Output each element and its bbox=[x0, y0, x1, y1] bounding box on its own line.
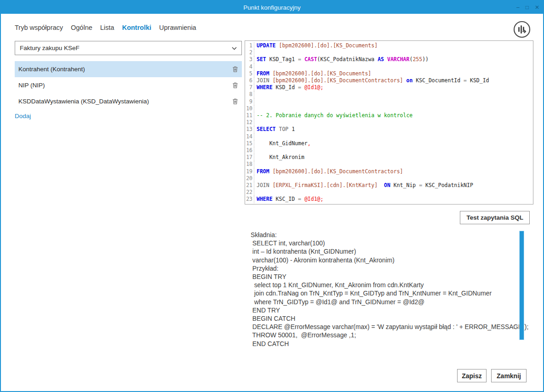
code-line: 21JOIN [ERPXL_FirmaKSI].[cdn].[KntKarty]… bbox=[245, 182, 533, 189]
window-title: Punkt konfiguracyjny bbox=[243, 4, 301, 11]
line-number: 11 bbox=[245, 112, 254, 119]
code-text bbox=[257, 105, 260, 112]
line-number: 6 bbox=[245, 77, 254, 84]
line-number: 2 bbox=[245, 49, 254, 56]
code-line: 4 bbox=[245, 63, 533, 70]
code-text bbox=[257, 175, 260, 182]
tab-kontrolki[interactable]: Kontrolki bbox=[122, 24, 151, 31]
code-line: 15 Knt_GidNumer, bbox=[245, 140, 533, 147]
line-number: 7 bbox=[245, 84, 254, 91]
code-line: 18 bbox=[245, 161, 533, 168]
line-number: 16 bbox=[245, 147, 254, 154]
field-list-item[interactable]: KSDDataWystawienia (KSD_DataWystawienia) bbox=[15, 93, 242, 109]
code-line: 19FROM [bpm202600].[do].[KS_DocumentCont… bbox=[245, 168, 533, 175]
code-text bbox=[257, 49, 260, 56]
tab-uprawnienia[interactable]: Uprawnienia bbox=[159, 24, 196, 31]
process-flow-icon bbox=[512, 20, 532, 39]
add-field-link[interactable]: Dodaj bbox=[15, 113, 31, 119]
field-list: Kontrahent (Kontrahent)NIP (NIP)KSDDataW… bbox=[15, 61, 242, 109]
code-line: 23WHERE KSC_ID = @Id1@; bbox=[245, 196, 533, 203]
code-line: 16 bbox=[245, 147, 533, 154]
trash-icon[interactable] bbox=[231, 82, 239, 89]
syntax-help-text: Składnia: SELECT int, varchar(100) int –… bbox=[251, 231, 519, 348]
code-line: 5FROM [bpm202600].[do].[KS_Documents] bbox=[245, 70, 533, 77]
code-text bbox=[257, 119, 260, 126]
code-line: 1UPDATE [bpm202600].[do].[KS_Documents] bbox=[245, 42, 533, 49]
trash-icon[interactable] bbox=[231, 66, 239, 73]
line-number: 4 bbox=[245, 63, 254, 70]
field-label: Kontrahent (Kontrahent) bbox=[18, 66, 85, 73]
syntax-help-line: Składnia: bbox=[251, 231, 519, 239]
close-dialog-button[interactable]: Zamknij bbox=[491, 369, 527, 382]
code-text bbox=[257, 91, 260, 98]
line-number: 21 bbox=[245, 182, 254, 189]
syntax-help-line: THROW 50001, @ErrorMessage ,1; bbox=[251, 331, 519, 340]
tab-lista[interactable]: Lista bbox=[100, 24, 115, 31]
tab-ogólne[interactable]: Ogólne bbox=[71, 24, 92, 31]
trash-icon[interactable] bbox=[231, 98, 239, 105]
syntax-help-line: END TRY bbox=[251, 307, 519, 315]
tab-bar: Tryb współpracyOgólneListaKontrolkiUpraw… bbox=[15, 24, 196, 31]
tab-tryb-współpracy[interactable]: Tryb współpracy bbox=[15, 24, 63, 31]
code-text: Knt_GidNumer, bbox=[257, 140, 311, 147]
test-sql-button[interactable]: Test zapytania SQL bbox=[460, 211, 530, 224]
syntax-help-line: join cdn.TraNag on TrN_KntTyp = Knt_GIDT… bbox=[251, 290, 519, 298]
code-text bbox=[257, 133, 260, 140]
field-label: KSDDataWystawienia (KSD_DataWystawienia) bbox=[18, 98, 149, 105]
code-text: SET KSD_Tag1 = CAST(KSC_PodatnikNazwa AS… bbox=[257, 56, 429, 63]
syntax-help-line: BEGIN TRY bbox=[251, 273, 519, 281]
chevron-down-icon bbox=[232, 45, 237, 51]
line-number: 13 bbox=[245, 126, 254, 133]
field-list-item[interactable]: NIP (NIP) bbox=[15, 77, 242, 93]
code-line: 9 bbox=[245, 98, 533, 105]
code-text bbox=[257, 98, 260, 105]
sql-query-editor[interactable]: 1UPDATE [bpm202600].[do].[KS_Documents]2… bbox=[245, 40, 533, 205]
code-text: JOIN [ERPXL_FirmaKSI].[cdn].[KntKarty] O… bbox=[257, 182, 473, 189]
field-list-item[interactable]: Kontrahent (Kontrahent) bbox=[15, 61, 242, 77]
syntax-help-line: BEGIN CATCH bbox=[251, 315, 519, 323]
code-line: 6JOIN [bpm202600].[do].[KS_DocumentContr… bbox=[245, 77, 533, 84]
line-number: 8 bbox=[245, 91, 254, 98]
minimize-icon[interactable]: – bbox=[516, 5, 520, 10]
code-text: -- 2. Pobranie danych do wyświetlenia w … bbox=[257, 112, 412, 119]
syntax-help-line: DECLARE @ErrorMessage varchar(max) = 'W … bbox=[251, 323, 519, 331]
window-controls: – □ ✕ bbox=[516, 1, 539, 14]
code-line: 13SELECT TOP 1 bbox=[245, 126, 533, 133]
control-type-dropdown[interactable]: Faktury zakupu KSeF bbox=[15, 41, 242, 55]
line-number: 19 bbox=[245, 168, 254, 175]
process-flow-icon-button[interactable] bbox=[512, 20, 532, 39]
scrollbar-thumb[interactable] bbox=[519, 231, 524, 340]
line-number: 20 bbox=[245, 175, 254, 182]
save-button[interactable]: Zapisz bbox=[457, 369, 487, 382]
title-bar[interactable]: Punkt konfiguracyjny – □ ✕ bbox=[1, 1, 543, 14]
code-text: UPDATE [bpm202600].[do].[KS_Documents] bbox=[257, 42, 378, 49]
line-number: 9 bbox=[245, 98, 254, 105]
code-line: 11-- 2. Pobranie danych do wyświetlenia … bbox=[245, 112, 533, 119]
line-number: 22 bbox=[245, 189, 254, 196]
syntax-help-line: where TrN_GIDTyp = @Id1@ and TrN_GIDNume… bbox=[251, 298, 519, 307]
maximize-icon[interactable]: □ bbox=[526, 5, 529, 10]
line-number: 17 bbox=[245, 154, 254, 161]
code-line: 8 bbox=[245, 91, 533, 98]
line-number: 23 bbox=[245, 196, 254, 203]
code-text: SELECT TOP 1 bbox=[257, 126, 295, 133]
close-icon[interactable]: ✕ bbox=[535, 5, 539, 10]
code-text bbox=[257, 189, 260, 196]
code-text: WHERE KSC_ID = @Id1@; bbox=[257, 196, 323, 203]
line-number: 12 bbox=[245, 119, 254, 126]
line-number: 18 bbox=[245, 161, 254, 168]
line-number: 3 bbox=[245, 56, 254, 63]
line-number: 15 bbox=[245, 140, 254, 147]
code-text: FROM [bpm202600].[do].[KS_Documents] bbox=[257, 70, 371, 77]
syntax-help-line: END CATCH bbox=[251, 340, 519, 348]
syntax-help-line: select top 1 Knt_GIDNumer, Knt_Akronim f… bbox=[251, 281, 519, 290]
code-line: 10 bbox=[245, 105, 533, 112]
line-number: 10 bbox=[245, 105, 254, 112]
line-number: 5 bbox=[245, 70, 254, 77]
code-text bbox=[257, 147, 260, 154]
code-line: 14 bbox=[245, 133, 533, 140]
code-text: JOIN [bpm202600].[do].[KS_DocumentContra… bbox=[257, 77, 489, 84]
code-line: 7WHERE KSD_Id = @Id1@; bbox=[245, 84, 533, 91]
syntax-help-line: Przykład: bbox=[251, 265, 519, 273]
code-line: 17 Knt_Akronim bbox=[245, 154, 533, 161]
